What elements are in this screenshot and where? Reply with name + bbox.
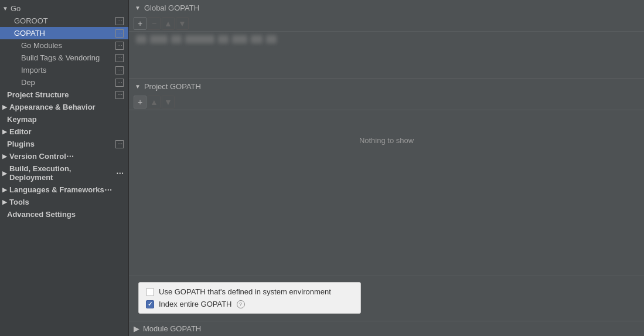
global-gopath-add-button[interactable]: +: [134, 17, 146, 30]
path-item: [134, 34, 639, 45]
sidebar-item-version-control[interactable]: ▶ Version Control ⋯: [0, 150, 128, 162]
sidebar-item-go-modules[interactable]: Go Modules ⋯: [0, 39, 128, 52]
project-gopath-add-button[interactable]: +: [134, 96, 146, 108]
global-gopath-up-button[interactable]: ▲: [162, 17, 175, 30]
project-gopath-header: ▼ Project GOPATH: [129, 79, 644, 94]
index-gopath-checkbox[interactable]: [146, 300, 154, 308]
sidebar-item-go-modules-label: Go Modules: [21, 41, 62, 50]
sidebar-item-goroot-label: GOROOT: [14, 16, 48, 25]
project-gopath-section: ▼ Project GOPATH + ▲ ▼ Nothing to show: [129, 79, 644, 336]
project-gopath-down-button[interactable]: ▼: [162, 96, 175, 108]
sidebar: ▼ Go GOROOT ⋯ GOPATH ⋯ Go Modules ⋯ Buil…: [0, 0, 129, 336]
imports-settings-icon: ⋯: [115, 66, 124, 74]
project-gopath-chevron-icon: ▼: [135, 83, 141, 90]
sidebar-item-go-label: Go: [11, 4, 21, 13]
project-structure-settings-icon: ⋯: [115, 91, 124, 99]
global-gopath-chevron-icon: ▼: [135, 5, 141, 11]
sidebar-item-tools[interactable]: ▶ Tools: [0, 196, 128, 208]
index-gopath-row: Index entire GOPATH ?: [146, 300, 353, 308]
sidebar-item-appearance-behavior-label: Appearance & Behavior: [9, 103, 96, 111]
sidebar-item-imports-label: Imports: [21, 66, 46, 74]
go-chevron-icon: ▼: [2, 5, 8, 12]
sidebar-item-tools-label: Tools: [9, 198, 29, 206]
blur-block-2: [150, 35, 168, 43]
sidebar-item-gopath[interactable]: GOPATH ⋯: [0, 27, 128, 39]
global-gopath-list: [129, 32, 644, 79]
sidebar-item-build-tags[interactable]: Build Tags & Vendoring ⋯: [0, 52, 128, 64]
options-container: Use GOPATH that's defined in system envi…: [129, 276, 644, 318]
gopath-settings-icon: ⋯: [115, 29, 124, 38]
sidebar-item-build-tags-label: Build Tags & Vendoring: [21, 53, 100, 62]
blur-block-3: [171, 35, 182, 43]
blur-block-8: [266, 35, 277, 43]
global-gopath-remove-button[interactable]: −: [148, 17, 161, 30]
plugins-settings-icon: ⋯: [115, 140, 124, 148]
sidebar-item-plugins[interactable]: Plugins ⋯: [0, 138, 128, 150]
sidebar-item-editor[interactable]: ▶ Editor: [0, 125, 128, 138]
build-execution-chevron-icon: ▶: [2, 170, 7, 177]
sidebar-item-version-control-label: Version Control: [9, 152, 66, 161]
project-gopath-up-button[interactable]: ▲: [148, 96, 161, 108]
global-gopath-section: ▼ Global GOPATH + − ▲ ▼: [129, 0, 644, 79]
options-panel: Use GOPATH that's defined in system envi…: [138, 282, 361, 314]
module-gopath-row[interactable]: ▶ Module GOPATH: [129, 321, 644, 336]
global-gopath-header: ▼ Global GOPATH: [129, 0, 644, 16]
index-gopath-label: Index entire GOPATH: [159, 300, 232, 308]
sidebar-item-dep-label: Dep: [21, 78, 35, 87]
build-execution-settings-icon: ⋯: [116, 169, 124, 178]
goroot-settings-icon: ⋯: [115, 17, 124, 25]
sidebar-item-project-structure-label: Project Structure: [7, 90, 69, 99]
languages-chevron-icon: ▶: [2, 186, 7, 193]
project-gopath-toolbar: + ▲ ▼: [129, 94, 644, 110]
blur-block-6: [232, 35, 247, 43]
sidebar-item-dep[interactable]: Dep ⋯: [0, 76, 128, 89]
sidebar-item-advanced-settings-label: Advanced Settings: [7, 210, 76, 219]
sidebar-item-build-execution-label: Build, Execution, Deployment: [9, 164, 116, 182]
sidebar-item-gopath-label: GOPATH: [14, 29, 45, 38]
sidebar-item-languages-frameworks[interactable]: ▶ Languages & Frameworks ⋯: [0, 184, 128, 196]
blur-block-4: [185, 35, 214, 43]
sidebar-item-keymap-label: Keymap: [7, 115, 37, 124]
project-gopath-title: Project GOPATH: [144, 82, 201, 91]
path-blur-display: [136, 35, 277, 43]
use-gopath-label: Use GOPATH that's defined in system envi…: [159, 287, 331, 296]
global-gopath-down-button[interactable]: ▼: [176, 17, 189, 30]
version-control-settings-icon: ⋯: [66, 152, 74, 161]
sidebar-item-imports[interactable]: Imports ⋯: [0, 64, 128, 76]
project-gopath-list: Nothing to show: [129, 110, 644, 276]
use-gopath-row: Use GOPATH that's defined in system envi…: [146, 287, 353, 296]
dep-settings-icon: ⋯: [115, 79, 124, 87]
module-gopath-title: Module GOPATH: [143, 324, 201, 333]
sidebar-item-advanced-settings[interactable]: Advanced Settings: [0, 208, 128, 220]
empty-list-label: Nothing to show: [134, 113, 639, 168]
sidebar-item-project-structure[interactable]: Project Structure ⋯: [0, 89, 128, 101]
appearance-chevron-icon: ▶: [2, 104, 7, 110]
sidebar-item-appearance-behavior[interactable]: ▶ Appearance & Behavior: [0, 101, 128, 113]
go-modules-settings-icon: ⋯: [115, 42, 124, 50]
sidebar-item-build-execution[interactable]: ▶ Build, Execution, Deployment ⋯: [0, 162, 128, 184]
tools-chevron-icon: ▶: [2, 199, 7, 205]
editor-chevron-icon: ▶: [2, 128, 7, 135]
build-tags-settings-icon: ⋯: [115, 54, 124, 62]
sidebar-item-languages-frameworks-label: Languages & Frameworks: [9, 185, 104, 194]
use-gopath-checkbox[interactable]: [146, 288, 154, 296]
sidebar-item-keymap[interactable]: Keymap: [0, 113, 128, 125]
global-gopath-toolbar: + − ▲ ▼: [129, 16, 644, 32]
languages-settings-icon: ⋯: [104, 185, 112, 194]
sidebar-item-goroot[interactable]: GOROOT ⋯: [0, 15, 128, 27]
version-control-chevron-icon: ▶: [2, 153, 7, 159]
blur-block-1: [136, 35, 146, 43]
module-gopath-chevron-icon: ▶: [134, 324, 139, 333]
blur-block-7: [251, 35, 263, 43]
main-panel: ▼ Global GOPATH + − ▲ ▼: [129, 0, 644, 336]
scrollable-content: ▼ Global GOPATH + − ▲ ▼: [129, 0, 644, 336]
sidebar-item-plugins-label: Plugins: [7, 140, 35, 148]
global-gopath-title: Global GOPATH: [144, 4, 199, 12]
sidebar-item-go[interactable]: ▼ Go: [0, 2, 128, 15]
index-gopath-help-icon[interactable]: ?: [237, 300, 245, 308]
sidebar-item-editor-label: Editor: [9, 127, 32, 136]
blur-block-5: [218, 35, 229, 43]
